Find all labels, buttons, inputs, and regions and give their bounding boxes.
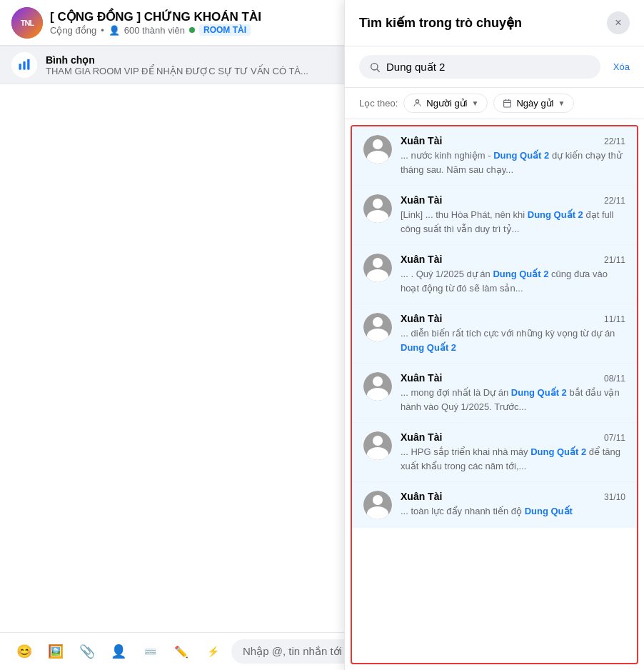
attach-button[interactable]: 📎	[74, 639, 100, 664]
search-icon	[369, 61, 381, 73]
result-date: 08/11	[604, 374, 625, 384]
separator: •	[101, 25, 104, 36]
format-button[interactable]: ✏️	[168, 639, 194, 664]
result-avatar	[363, 491, 392, 519]
result-text: ... HPG sắp triển khai nhà máy Dung Quất…	[401, 445, 625, 473]
avatar-inner: TNL	[11, 7, 43, 39]
svg-point-3	[371, 63, 378, 69]
result-text: ... toàn lực đẩy nhanh tiến độ Dung Quất	[401, 504, 625, 519]
result-content: Xuân Tài 08/11 ... mong đợi nhất là Dự á…	[401, 372, 625, 414]
result-item[interactable]: Xuân Tài 11/11 ... diễn biến rất tích cự…	[352, 304, 637, 364]
search-input-inner[interactable]	[359, 55, 600, 79]
result-date: 07/11	[604, 433, 625, 443]
poll-icon	[11, 52, 37, 78]
keyboard-button[interactable]: ⌨️	[137, 639, 163, 664]
result-text: ... mong đợi nhất là Dự án Dung Quất 2 b…	[401, 386, 625, 414]
mention-button[interactable]: 👤	[106, 639, 131, 664]
result-name: Xuân Tài	[401, 491, 442, 502]
result-text: [Link] ... thu Hòa Phát, nên khi Dung Qu…	[401, 208, 625, 236]
clear-search-button[interactable]: Xóa	[608, 61, 630, 72]
result-item[interactable]: Xuân Tài 22/11 ... nước kinh nghiệm - Du…	[352, 126, 637, 186]
svg-line-4	[377, 69, 380, 72]
result-text: ... nước kinh nghiệm - Dung Quất 2 dự ki…	[401, 149, 625, 176]
members-count: 600 thành viên	[124, 25, 185, 36]
room-tag: ROOM TÀI	[199, 24, 251, 36]
result-content: Xuân Tài 21/11 ... . Quý 1/2025 dự án Du…	[401, 254, 625, 295]
result-avatar	[363, 372, 392, 401]
result-date: 11/11	[604, 314, 625, 324]
result-avatar	[363, 431, 392, 460]
result-item[interactable]: Xuân Tài 31/10 ... toàn lực đẩy nhanh ti…	[352, 482, 637, 528]
svg-rect-6	[504, 100, 511, 107]
result-avatar	[363, 313, 392, 341]
close-search-button[interactable]: ×	[607, 11, 630, 34]
result-name: Xuân Tài	[401, 431, 442, 443]
result-text: ... . Quý 1/2025 dự án Dung Quất 2 cũng …	[401, 267, 625, 295]
result-item[interactable]: Xuân Tài 08/11 ... mong đợi nhất là Dự á…	[352, 364, 637, 423]
chevron-down-icon: ▼	[472, 99, 479, 107]
action-button[interactable]: ⚡	[200, 639, 226, 664]
result-date: 22/11	[604, 136, 625, 146]
result-item[interactable]: Xuân Tài 22/11 [Link] ... thu Hòa Phát, …	[352, 186, 637, 245]
search-input-wrap: Xóa	[345, 46, 644, 88]
calendar-icon	[503, 99, 512, 108]
result-date: 22/11	[604, 196, 625, 206]
result-date: 21/11	[604, 255, 625, 265]
filter-sender[interactable]: Người gửi ▼	[403, 94, 488, 113]
search-panel: Tìm kiếm trong trò chuyện × Xóa Lọc theo…	[344, 0, 644, 670]
community-label: Cộng đồng	[50, 25, 96, 36]
members-icon: 👤	[109, 25, 120, 36]
result-item[interactable]: Xuân Tài 21/11 ... . Quý 1/2025 dự án Du…	[352, 245, 637, 304]
results-list: Xuân Tài 22/11 ... nước kinh nghiệm - Du…	[351, 125, 638, 664]
filter-bar: Lọc theo: Người gửi ▼ Ngày gửi ▼	[345, 88, 644, 119]
result-name: Xuân Tài	[401, 254, 442, 265]
filter-date-label: Ngày gửi	[516, 98, 553, 109]
result-content: Xuân Tài 22/11 ... nước kinh nghiệm - Du…	[401, 135, 625, 176]
result-content: Xuân Tài 07/11 ... HPG sắp triển khai nh…	[401, 431, 625, 473]
svg-point-5	[416, 100, 419, 103]
search-panel-title: Tìm kiếm trong trò chuyện	[359, 15, 522, 31]
result-avatar	[363, 135, 392, 164]
svg-rect-2	[27, 59, 29, 70]
result-text: ... diễn biến rất tích cực với những kỳ …	[401, 326, 625, 354]
result-date: 31/10	[604, 492, 625, 502]
image-button[interactable]: 🖼️	[43, 639, 69, 664]
group-avatar: TNL	[11, 7, 43, 39]
result-avatar	[363, 194, 392, 223]
online-dot	[189, 27, 195, 33]
result-item[interactable]: Xuân Tài 07/11 ... HPG sắp triển khai nh…	[352, 423, 637, 482]
svg-rect-1	[23, 61, 25, 70]
result-content: Xuân Tài 11/11 ... diễn biến rất tích cự…	[401, 313, 625, 354]
filter-date[interactable]: Ngày gửi ▼	[493, 94, 574, 113]
search-header: Tìm kiếm trong trò chuyện ×	[345, 0, 644, 46]
result-avatar	[363, 254, 392, 282]
result-name: Xuân Tài	[401, 194, 442, 206]
avatar-text: TNL	[21, 19, 34, 27]
emoji-button[interactable]: 😊	[11, 639, 37, 664]
result-content: Xuân Tài 31/10 ... toàn lực đẩy nhanh ti…	[401, 491, 625, 519]
person-icon	[413, 99, 422, 108]
result-content: Xuân Tài 22/11 [Link] ... thu Hòa Phát, …	[401, 194, 625, 236]
filter-label: Lọc theo:	[359, 98, 398, 109]
svg-rect-0	[19, 64, 21, 69]
chevron-down-icon-2: ▼	[558, 99, 565, 107]
result-name: Xuân Tài	[401, 372, 442, 384]
filter-sender-label: Người gửi	[426, 98, 467, 109]
search-input[interactable]	[386, 61, 590, 73]
result-name: Xuân Tài	[401, 135, 442, 146]
result-name: Xuân Tài	[401, 313, 442, 324]
